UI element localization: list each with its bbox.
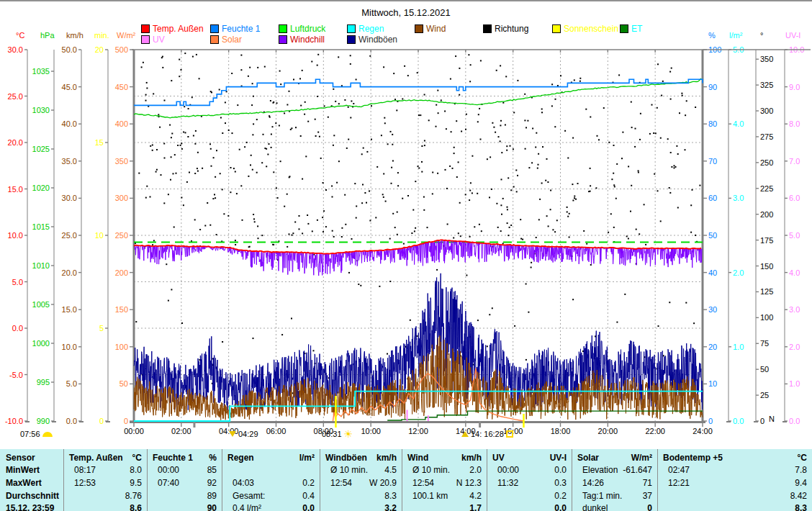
- legend-label: Sonnenschein: [564, 24, 618, 34]
- table-row-label: Durchschnitt: [0, 489, 63, 502]
- table-row: Gesamt:0.4: [222, 489, 320, 502]
- sun-moon-annotation-1: 07:56: [20, 430, 53, 438]
- sensor-name: UV: [487, 453, 550, 463]
- legend-item-luftdruck: Luftdruck: [279, 24, 325, 34]
- daily-statistics-table: SensorMinWertMaxWertDurchschnitt15.12. 2…: [0, 449, 812, 511]
- stat-value: 8.42: [790, 491, 812, 501]
- sunset-square-icon: [506, 430, 513, 438]
- table-header-row: SolarW/m²: [572, 451, 657, 464]
- legend-item-solar: Solar: [210, 35, 242, 45]
- table-row-label: Sensor: [0, 451, 63, 464]
- annotation-time-label: 16:28: [484, 430, 504, 438]
- legend-label: Feuchte 1: [222, 24, 260, 34]
- svg-text:12:00: 12:00: [408, 427, 428, 435]
- svg-text:60: 60: [708, 194, 717, 202]
- table-row: [222, 464, 320, 477]
- table-header-row: Temp. Außen°C: [64, 451, 147, 464]
- legend-label: Solar: [222, 35, 242, 45]
- sensor-unit: km/h: [376, 453, 402, 463]
- svg-text:1.0: 1.0: [789, 379, 800, 388]
- stat-value: 4.5: [384, 465, 402, 475]
- legend-label: Wind: [426, 24, 446, 34]
- stat-value: 92: [207, 478, 222, 488]
- svg-text:20.0: 20.0: [8, 138, 23, 147]
- stat-time: 04:03: [222, 478, 302, 488]
- svg-text:1005: 1005: [32, 300, 50, 309]
- svg-text:06:00: 06:00: [266, 427, 287, 435]
- table-header-row: Windkm/h: [402, 451, 487, 464]
- legend-row-1: Temp. AußenFeuchte 1LuftdruckRegenWindRi…: [0, 24, 812, 34]
- sensor-unit: °C: [798, 453, 812, 463]
- svg-text:25.0: 25.0: [62, 231, 77, 240]
- table-col-bodentemp-5: Bodentemp +5°C02:477.812:219.48.428.3: [657, 449, 812, 511]
- table-row: Ø 10 min.4.5: [320, 464, 402, 477]
- svg-text:20: 20: [95, 45, 104, 54]
- stat-time: Gesamt:: [222, 491, 302, 501]
- svg-text:7.0: 7.0: [789, 157, 800, 166]
- legend-color-swatch: [141, 35, 150, 44]
- stat-value: 89: [207, 491, 222, 501]
- svg-text:3.0: 3.0: [733, 194, 744, 202]
- svg-text:10.0: 10.0: [8, 231, 23, 240]
- stat-value: 0: [647, 503, 657, 511]
- sun-moon-annotation-4: 14:16:28: [461, 430, 513, 438]
- svg-text:-5.0: -5.0: [9, 371, 23, 379]
- stat-value: 71: [643, 478, 657, 488]
- svg-text:00:00: 00:00: [124, 427, 144, 435]
- svg-text:10.0: 10.0: [62, 343, 77, 351]
- svg-text:200: 200: [760, 210, 773, 219]
- svg-text:4.0: 4.0: [789, 268, 800, 277]
- svg-text:25: 25: [760, 391, 769, 399]
- legend-item-temp-au-en: Temp. Außen: [141, 24, 204, 34]
- gridlines: [134, 50, 703, 421]
- svg-text:350: 350: [115, 157, 128, 166]
- legend-label: ET: [631, 24, 642, 34]
- svg-text:100: 100: [760, 313, 773, 322]
- sensor-name: Wind: [402, 453, 461, 463]
- table-col-temp-au-en: Temp. Außen°C08:178.012:539.58.768.6: [63, 449, 147, 511]
- legend-label: UV: [153, 35, 165, 45]
- svg-text:6.0: 6.0: [789, 194, 800, 202]
- stat-time: 12:54: [402, 478, 456, 488]
- stat-time: dunkel: [572, 503, 647, 511]
- svg-text:-10.0: -10.0: [5, 417, 23, 425]
- table-row: 8.3: [320, 489, 402, 502]
- annotation-time-label: 04:29: [238, 430, 258, 438]
- stat-value: -61.647: [623, 465, 657, 475]
- table-row: 0.2: [487, 489, 572, 502]
- table-col-wind: Windkm/hØ 10 min.2.012:54N 12.3100.1 km4…: [402, 449, 487, 511]
- table-row: 8.76: [64, 489, 147, 502]
- sensor-unit: UV-I: [550, 453, 572, 463]
- stat-time: 11:32: [487, 478, 554, 488]
- stat-value: 8.3: [384, 491, 402, 501]
- table-row: 12:219.4: [658, 476, 812, 489]
- table-row: 0.4 l/m²0.0: [222, 502, 320, 511]
- legend-color-swatch: [483, 24, 492, 33]
- legend-label: Luftdruck: [290, 24, 325, 34]
- svg-text:1010: 1010: [32, 261, 50, 270]
- svg-text:175: 175: [760, 236, 773, 245]
- svg-text:90: 90: [708, 83, 717, 91]
- svg-text:100: 100: [115, 343, 128, 351]
- table-row: 14:2671: [572, 476, 657, 489]
- table-header-row: Regenl/m²: [222, 451, 320, 464]
- svg-text:250: 250: [760, 158, 773, 167]
- stat-time: 00:00: [148, 465, 207, 475]
- legend-color-swatch: [279, 24, 287, 33]
- svg-text:500: 500: [115, 45, 128, 54]
- svg-text:275: 275: [760, 132, 773, 141]
- sensor-unit: °C: [132, 453, 147, 463]
- moonset-arrow-icon: [229, 431, 236, 437]
- svg-text:80: 80: [708, 119, 717, 128]
- table-row: 00:0085: [148, 464, 222, 477]
- table-row: 08:178.0: [64, 464, 147, 477]
- legend-label: Temp. Außen: [153, 24, 204, 34]
- svg-text:300: 300: [115, 194, 128, 202]
- legend-color-swatch: [552, 24, 561, 33]
- svg-text:990: 990: [37, 417, 50, 425]
- legend-item-et: ET: [620, 24, 642, 34]
- svg-text:18:00: 18:00: [551, 427, 571, 435]
- svg-text:0.0: 0.0: [12, 324, 23, 333]
- stat-value: 0.2: [554, 491, 572, 501]
- table-header-row: Windböenkm/h: [320, 451, 402, 464]
